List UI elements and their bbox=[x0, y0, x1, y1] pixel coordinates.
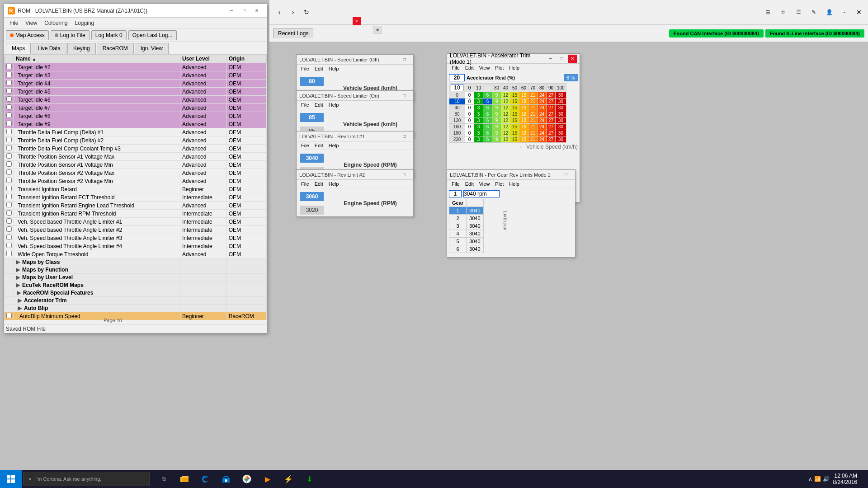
tab-keying[interactable]: Keying bbox=[67, 43, 96, 54]
map-checkbox[interactable] bbox=[6, 72, 12, 77]
accel-cell[interactable]: 0 bbox=[465, 99, 474, 105]
accel-cell[interactable]: 9 bbox=[492, 117, 501, 124]
map-row-name[interactable]: ▶ Accelerator Trim bbox=[14, 297, 180, 305]
pg-menu-file[interactable]: File bbox=[449, 180, 462, 188]
map-row-name[interactable]: Throttle Position Sensor #1 Voltage Min bbox=[14, 161, 180, 169]
accel-cell[interactable]: 0 bbox=[465, 105, 474, 111]
at-menu-file[interactable]: File bbox=[449, 64, 462, 71]
col-name[interactable]: Name ▲ bbox=[14, 55, 180, 63]
accel-cell[interactable]: 24 bbox=[538, 136, 547, 143]
volume-icon[interactable]: 🔊 bbox=[823, 476, 830, 482]
map-table-row[interactable]: Veh. Speed based Throttle Angle Limiter … bbox=[5, 242, 267, 250]
map-table-row[interactable]: Wide Open Torque ThresholdAdvancedOEM bbox=[5, 250, 267, 258]
accel-cell[interactable]: 21 bbox=[528, 111, 538, 117]
map-row-name[interactable]: ▶ Maps by User Level bbox=[14, 274, 180, 282]
map-row-name[interactable]: Wide Open Torque Threshold bbox=[14, 250, 180, 258]
map-table-row[interactable]: Transient Ignition Retard RPM ThresholdI… bbox=[5, 210, 267, 218]
per-gear-row-rpm[interactable]: 3040 bbox=[467, 245, 483, 253]
slon-menu-file[interactable]: File bbox=[298, 101, 312, 108]
accel-cell[interactable]: 3 bbox=[474, 99, 483, 105]
log-to-file-button[interactable]: Log to File bbox=[51, 30, 90, 40]
accel-cell[interactable]: 21 bbox=[528, 105, 538, 111]
map-table-row[interactable]: Target Idle #2AdvancedOEM bbox=[5, 63, 267, 71]
map-table-row[interactable]: Target Idle #5AdvancedOEM bbox=[5, 88, 267, 96]
per-gear-row-rpm[interactable]: 3040 bbox=[467, 238, 483, 245]
accel-cell[interactable]: 3 bbox=[474, 92, 483, 99]
accel-cell[interactable]: 18 bbox=[519, 92, 528, 99]
map-table-row[interactable]: Throttle Delta Fuel Comp (Delta) #1Advan… bbox=[5, 128, 267, 136]
map-table-row[interactable]: Throttle Position Sensor #1 Voltage MaxA… bbox=[5, 153, 267, 161]
accel-cell[interactable]: 24 bbox=[538, 99, 547, 105]
log-mark-button[interactable]: Log Mark 0 bbox=[91, 30, 127, 40]
map-row-name[interactable]: ▶ RaceROM Special Features bbox=[14, 289, 180, 297]
accel-cell[interactable]: 27 bbox=[547, 136, 556, 143]
speed-limiter-on-expand[interactable]: □ bbox=[398, 90, 410, 101]
per-gear-gear-input[interactable] bbox=[449, 190, 462, 197]
accel-cell[interactable]: 15 bbox=[510, 105, 519, 111]
expand-icon[interactable]: ▶ bbox=[17, 290, 23, 296]
accel-cell[interactable]: 27 bbox=[547, 105, 556, 111]
map-checkbox[interactable] bbox=[6, 145, 12, 150]
star-icon[interactable]: ☆ bbox=[777, 6, 789, 19]
accel-cell[interactable]: 15 bbox=[510, 117, 519, 124]
accel-cell[interactable]: 30 bbox=[556, 92, 566, 99]
profile-icon[interactable]: 👤 bbox=[823, 6, 835, 19]
rl1-menu-help[interactable]: Help bbox=[326, 142, 342, 149]
expand-icon[interactable]: ▶ bbox=[16, 274, 22, 281]
accel-cell[interactable]: 6 bbox=[483, 92, 492, 99]
map-table-container[interactable]: Name ▲ User Level Origin Target Idle #2A… bbox=[4, 54, 267, 320]
map-checkbox[interactable] bbox=[6, 121, 12, 126]
accel-cell[interactable]: 24 bbox=[538, 111, 547, 117]
open-last-log-button[interactable]: Open Last Log... bbox=[128, 30, 177, 40]
pg-menu-view[interactable]: View bbox=[476, 180, 493, 188]
accel-cell[interactable]: 15 bbox=[510, 130, 519, 136]
rom-menu-view[interactable]: View bbox=[22, 19, 41, 28]
map-row-name[interactable]: Throttle Position Sensor #2 Voltage Min bbox=[14, 177, 180, 185]
show-hidden-icon[interactable]: ∧ bbox=[808, 476, 812, 482]
map-table-row[interactable]: ▶ RaceROM Special Features bbox=[5, 289, 267, 297]
map-table-row[interactable]: Transient Ignition Retard Engine Load Th… bbox=[5, 202, 267, 210]
expand-icon[interactable]: ▶ bbox=[16, 267, 22, 273]
per-gear-expand[interactable]: □ bbox=[560, 169, 572, 180]
rom-maximize-button[interactable]: □ bbox=[238, 5, 250, 16]
accel-cell[interactable]: 30 bbox=[556, 105, 566, 111]
tab-racerom[interactable]: RaceROM bbox=[97, 43, 134, 54]
at-menu-help[interactable]: Help bbox=[506, 64, 522, 71]
map-checkbox[interactable] bbox=[6, 186, 12, 191]
accel-cell[interactable]: 0 bbox=[465, 117, 474, 124]
slon-menu-edit[interactable]: Edit bbox=[312, 101, 326, 108]
accel-cell[interactable]: 0 bbox=[465, 136, 474, 143]
per-gear-row-rpm[interactable]: 3040 bbox=[467, 207, 483, 215]
accel-cell[interactable]: 15 bbox=[510, 99, 519, 105]
accel-cell[interactable]: 9 bbox=[492, 99, 501, 105]
pg-menu-edit[interactable]: Edit bbox=[462, 180, 476, 188]
recent-logs-tab[interactable]: Recent Logs bbox=[273, 28, 313, 38]
split-view-icon[interactable]: ⊟ bbox=[761, 6, 774, 19]
accel-cell[interactable]: 12 bbox=[501, 111, 510, 117]
expand-icon[interactable]: ▶ bbox=[18, 305, 24, 311]
map-row-name[interactable]: Throttle Delta Fuel Comp (Delta) #1 bbox=[14, 128, 180, 136]
map-table-row[interactable]: ▶ Maps by Function bbox=[5, 266, 267, 274]
more-icon[interactable]: ··· bbox=[838, 6, 851, 19]
per-gear-row-rpm[interactable]: 3040 bbox=[467, 222, 483, 230]
sloff-menu-edit[interactable]: Edit bbox=[312, 65, 326, 72]
map-row-name[interactable]: Target Idle #4 bbox=[14, 80, 180, 88]
map-checkbox[interactable] bbox=[6, 161, 12, 167]
accel-cell[interactable]: 0 bbox=[465, 92, 474, 99]
accel-cell[interactable]: 15 bbox=[510, 124, 519, 130]
accel-cell[interactable]: 9 bbox=[492, 105, 501, 111]
accel-cell[interactable]: 21 bbox=[528, 124, 538, 130]
slon-menu-help[interactable]: Help bbox=[326, 101, 342, 108]
map-row-name[interactable]: Transient Ignition Retard RPM Threshold bbox=[14, 210, 180, 218]
map-row-name[interactable]: Veh. Speed based Throttle Angle Limiter … bbox=[14, 218, 180, 226]
accel-cell[interactable]: 27 bbox=[547, 130, 556, 136]
accel-cell[interactable]: 12 bbox=[501, 99, 510, 105]
accel-cell[interactable]: 18 bbox=[519, 136, 528, 143]
map-table-row[interactable]: AutoBlip Minimum SpeedBeginnerRaceROM bbox=[5, 312, 267, 320]
map-checkbox[interactable] bbox=[6, 202, 12, 207]
speed-limiter-off-expand[interactable]: □ bbox=[398, 54, 410, 65]
map-checkbox[interactable] bbox=[6, 178, 12, 183]
accel-cell[interactable]: 30 bbox=[556, 130, 566, 136]
second-window-close[interactable]: ✕ bbox=[353, 17, 361, 25]
map-row-name[interactable]: AutoBlip Minimum Speed bbox=[14, 312, 180, 320]
